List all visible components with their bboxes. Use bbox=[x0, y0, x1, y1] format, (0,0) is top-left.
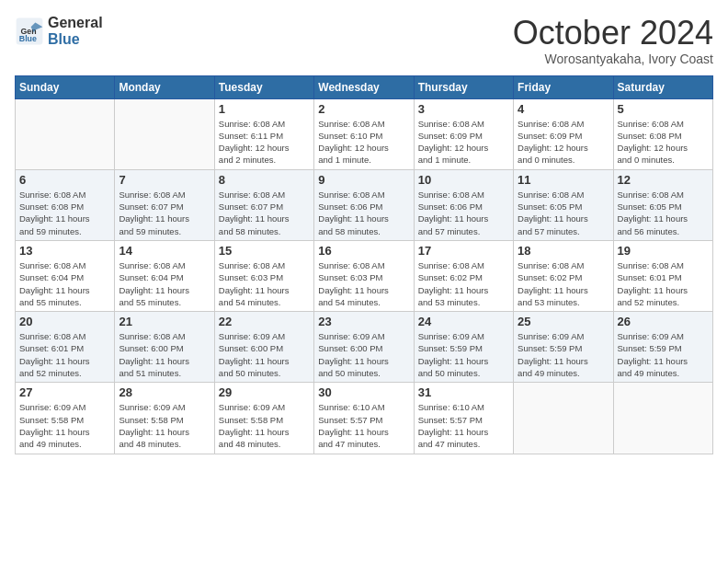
calendar-cell: 1Sunrise: 6:08 AM Sunset: 6:11 PM Daylig… bbox=[214, 98, 313, 169]
calendar-cell: 30Sunrise: 6:10 AM Sunset: 5:57 PM Dayli… bbox=[314, 383, 414, 454]
day-number: 1 bbox=[219, 102, 310, 116]
logo-blue-text: Blue bbox=[48, 31, 103, 48]
day-info: Sunrise: 6:09 AM Sunset: 5:58 PM Dayligh… bbox=[219, 401, 310, 450]
weekday-header-friday: Friday bbox=[514, 75, 613, 98]
calendar-cell bbox=[613, 383, 712, 454]
title-block: October 2024 Worosantyakaha, Ivory Coast bbox=[513, 15, 713, 66]
day-info: Sunrise: 6:08 AM Sunset: 6:10 PM Dayligh… bbox=[318, 118, 409, 167]
day-info: Sunrise: 6:08 AM Sunset: 6:07 PM Dayligh… bbox=[119, 189, 210, 237]
day-info: Sunrise: 6:09 AM Sunset: 5:58 PM Dayligh… bbox=[119, 401, 210, 450]
weekday-header-sunday: Sunday bbox=[16, 75, 115, 98]
day-number: 13 bbox=[19, 244, 110, 258]
logo-general-text: General bbox=[48, 15, 103, 31]
day-number: 24 bbox=[418, 315, 509, 328]
day-number: 20 bbox=[19, 315, 110, 328]
day-number: 17 bbox=[418, 244, 509, 258]
day-number: 22 bbox=[219, 315, 310, 328]
calendar-cell: 14Sunrise: 6:08 AM Sunset: 6:04 PM Dayli… bbox=[115, 240, 214, 311]
calendar-cell: 23Sunrise: 6:09 AM Sunset: 6:00 PM Dayli… bbox=[314, 312, 414, 383]
calendar-cell: 9Sunrise: 6:08 AM Sunset: 6:06 PM Daylig… bbox=[314, 169, 414, 240]
day-info: Sunrise: 6:09 AM Sunset: 5:59 PM Dayligh… bbox=[418, 330, 509, 379]
day-info: Sunrise: 6:08 AM Sunset: 6:01 PM Dayligh… bbox=[19, 330, 110, 379]
day-number: 11 bbox=[518, 173, 609, 187]
day-number: 7 bbox=[119, 173, 210, 187]
day-number: 4 bbox=[518, 102, 609, 116]
calendar-week-row: 27Sunrise: 6:09 AM Sunset: 5:58 PM Dayli… bbox=[16, 383, 713, 454]
day-info: Sunrise: 6:09 AM Sunset: 5:59 PM Dayligh… bbox=[518, 330, 609, 379]
day-info: Sunrise: 6:08 AM Sunset: 6:02 PM Dayligh… bbox=[418, 259, 509, 308]
day-number: 12 bbox=[618, 173, 709, 187]
day-info: Sunrise: 6:09 AM Sunset: 5:58 PM Dayligh… bbox=[19, 401, 110, 450]
day-info: Sunrise: 6:08 AM Sunset: 6:05 PM Dayligh… bbox=[518, 189, 609, 237]
day-info: Sunrise: 6:08 AM Sunset: 6:04 PM Dayligh… bbox=[119, 259, 210, 308]
day-number: 5 bbox=[618, 102, 709, 116]
svg-text:Blue: Blue bbox=[19, 34, 37, 43]
calendar-cell bbox=[514, 383, 613, 454]
day-info: Sunrise: 6:10 AM Sunset: 5:57 PM Dayligh… bbox=[318, 401, 409, 450]
day-info: Sunrise: 6:10 AM Sunset: 5:57 PM Dayligh… bbox=[418, 401, 509, 450]
calendar-cell: 26Sunrise: 6:09 AM Sunset: 5:59 PM Dayli… bbox=[613, 312, 712, 383]
calendar-cell: 4Sunrise: 6:08 AM Sunset: 6:09 PM Daylig… bbox=[514, 98, 613, 169]
calendar-cell: 10Sunrise: 6:08 AM Sunset: 6:06 PM Dayli… bbox=[414, 169, 513, 240]
calendar-cell: 18Sunrise: 6:08 AM Sunset: 6:02 PM Dayli… bbox=[514, 240, 613, 311]
day-number: 16 bbox=[318, 244, 409, 258]
calendar-cell: 28Sunrise: 6:09 AM Sunset: 5:58 PM Dayli… bbox=[115, 383, 214, 454]
calendar-cell: 19Sunrise: 6:08 AM Sunset: 6:01 PM Dayli… bbox=[613, 240, 712, 311]
logo-text: General Blue bbox=[48, 15, 103, 47]
calendar-cell: 15Sunrise: 6:08 AM Sunset: 6:03 PM Dayli… bbox=[214, 240, 313, 311]
calendar-cell: 27Sunrise: 6:09 AM Sunset: 5:58 PM Dayli… bbox=[16, 383, 115, 454]
location: Worosantyakaha, Ivory Coast bbox=[513, 52, 713, 66]
calendar-cell: 16Sunrise: 6:08 AM Sunset: 6:03 PM Dayli… bbox=[314, 240, 414, 311]
day-number: 9 bbox=[318, 173, 409, 187]
day-number: 2 bbox=[318, 102, 409, 116]
calendar-cell: 6Sunrise: 6:08 AM Sunset: 6:08 PM Daylig… bbox=[16, 169, 115, 240]
day-number: 28 bbox=[119, 385, 210, 399]
calendar-cell: 5Sunrise: 6:08 AM Sunset: 6:08 PM Daylig… bbox=[613, 98, 712, 169]
day-info: Sunrise: 6:08 AM Sunset: 6:01 PM Dayligh… bbox=[618, 259, 709, 308]
day-info: Sunrise: 6:08 AM Sunset: 6:08 PM Dayligh… bbox=[618, 118, 709, 167]
month-title: October 2024 bbox=[513, 15, 713, 52]
day-info: Sunrise: 6:09 AM Sunset: 6:00 PM Dayligh… bbox=[318, 330, 409, 379]
weekday-header-tuesday: Tuesday bbox=[214, 75, 313, 98]
day-number: 19 bbox=[618, 244, 709, 258]
day-info: Sunrise: 6:08 AM Sunset: 6:07 PM Dayligh… bbox=[219, 189, 310, 237]
day-number: 6 bbox=[19, 173, 110, 187]
calendar-cell: 22Sunrise: 6:09 AM Sunset: 6:00 PM Dayli… bbox=[214, 312, 313, 383]
day-info: Sunrise: 6:08 AM Sunset: 6:04 PM Dayligh… bbox=[19, 259, 110, 308]
day-info: Sunrise: 6:08 AM Sunset: 6:00 PM Dayligh… bbox=[119, 330, 210, 379]
day-info: Sunrise: 6:08 AM Sunset: 6:11 PM Dayligh… bbox=[219, 118, 310, 167]
calendar-cell bbox=[115, 98, 214, 169]
calendar-week-row: 13Sunrise: 6:08 AM Sunset: 6:04 PM Dayli… bbox=[16, 240, 713, 311]
day-info: Sunrise: 6:08 AM Sunset: 6:09 PM Dayligh… bbox=[418, 118, 509, 167]
calendar-cell: 2Sunrise: 6:08 AM Sunset: 6:10 PM Daylig… bbox=[314, 98, 414, 169]
calendar-cell: 8Sunrise: 6:08 AM Sunset: 6:07 PM Daylig… bbox=[214, 169, 313, 240]
weekday-header-saturday: Saturday bbox=[613, 75, 712, 98]
calendar-cell: 3Sunrise: 6:08 AM Sunset: 6:09 PM Daylig… bbox=[414, 98, 513, 169]
weekday-header-row: SundayMondayTuesdayWednesdayThursdayFrid… bbox=[16, 75, 713, 98]
day-number: 27 bbox=[19, 385, 110, 399]
calendar-cell: 31Sunrise: 6:10 AM Sunset: 5:57 PM Dayli… bbox=[414, 383, 513, 454]
calendar-cell: 7Sunrise: 6:08 AM Sunset: 6:07 PM Daylig… bbox=[115, 169, 214, 240]
calendar-cell: 21Sunrise: 6:08 AM Sunset: 6:00 PM Dayli… bbox=[115, 312, 214, 383]
weekday-header-wednesday: Wednesday bbox=[314, 75, 414, 98]
logo-icon: Gen Blue bbox=[15, 17, 44, 46]
calendar-cell: 12Sunrise: 6:08 AM Sunset: 6:05 PM Dayli… bbox=[613, 169, 712, 240]
day-number: 14 bbox=[119, 244, 210, 258]
day-info: Sunrise: 6:08 AM Sunset: 6:09 PM Dayligh… bbox=[518, 118, 609, 167]
calendar-week-row: 1Sunrise: 6:08 AM Sunset: 6:11 PM Daylig… bbox=[16, 98, 713, 169]
day-info: Sunrise: 6:09 AM Sunset: 5:59 PM Dayligh… bbox=[618, 330, 709, 379]
day-number: 8 bbox=[219, 173, 310, 187]
calendar-cell: 17Sunrise: 6:08 AM Sunset: 6:02 PM Dayli… bbox=[414, 240, 513, 311]
day-info: Sunrise: 6:08 AM Sunset: 6:03 PM Dayligh… bbox=[219, 259, 310, 308]
page-header: Gen Blue General Blue October 2024 Woros… bbox=[15, 15, 713, 66]
day-info: Sunrise: 6:08 AM Sunset: 6:06 PM Dayligh… bbox=[418, 189, 509, 237]
day-number: 25 bbox=[518, 315, 609, 328]
day-number: 30 bbox=[318, 385, 409, 399]
day-info: Sunrise: 6:08 AM Sunset: 6:03 PM Dayligh… bbox=[318, 259, 409, 308]
calendar-cell: 13Sunrise: 6:08 AM Sunset: 6:04 PM Dayli… bbox=[16, 240, 115, 311]
weekday-header-thursday: Thursday bbox=[414, 75, 513, 98]
calendar-cell: 20Sunrise: 6:08 AM Sunset: 6:01 PM Dayli… bbox=[16, 312, 115, 383]
day-info: Sunrise: 6:08 AM Sunset: 6:02 PM Dayligh… bbox=[518, 259, 609, 308]
day-info: Sunrise: 6:08 AM Sunset: 6:08 PM Dayligh… bbox=[19, 189, 110, 237]
calendar-week-row: 6Sunrise: 6:08 AM Sunset: 6:08 PM Daylig… bbox=[16, 169, 713, 240]
